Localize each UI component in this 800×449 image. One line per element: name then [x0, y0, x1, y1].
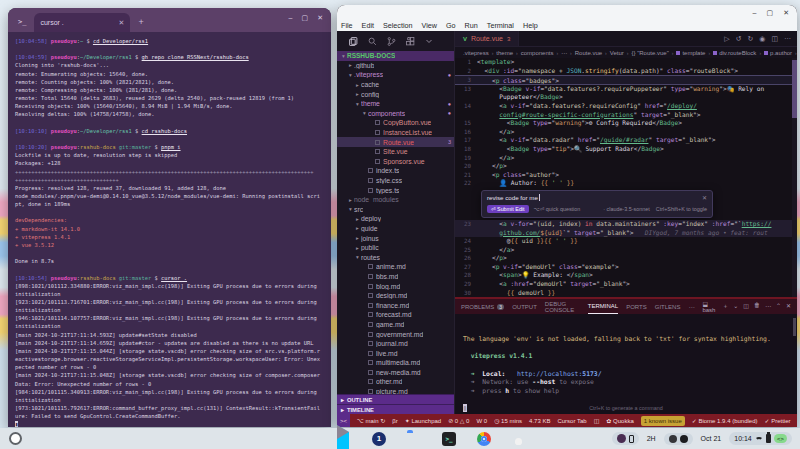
tree-item-deploy[interactable]: ▸deploy [337, 214, 454, 224]
menu-item-help[interactable]: Help [523, 21, 538, 30]
tree-item-components[interactable]: ▾components● [337, 109, 454, 119]
model-selector[interactable]: · claude-3.5-sonnet [603, 206, 649, 212]
panel-tab-⋯[interactable]: ⋯ [688, 299, 694, 314]
terminal-titlebar[interactable]: >_ cursor . ✕ + – ▢ ✕ [8, 8, 331, 32]
editor-scrollbar[interactable] [792, 58, 797, 297]
breadcrumb-item[interactable]: Route.vue [575, 50, 602, 56]
close-button[interactable]: ✕ [317, 14, 323, 22]
close-panel-icon[interactable]: ✕ [786, 302, 791, 311]
integrated-terminal[interactable]: The language 'env' is not loaded, fallin… [455, 314, 797, 414]
status-item--quokka[interactable]: ✿ Quokka [606, 417, 633, 424]
menu-item-view[interactable]: View [422, 21, 437, 30]
terminal-app-icon[interactable]: >_ [442, 432, 456, 446]
breadcrumb-item[interactable]: {} "Route.vue" [631, 50, 668, 56]
menu-item-selection[interactable]: Selection [383, 21, 413, 30]
status-item--main-[interactable]: ⌥ main ↻ [357, 417, 385, 424]
panel-tab-problems[interactable]: PROBLEMS3 [461, 299, 504, 314]
tree-item-style-css[interactable]: style.css [337, 176, 454, 186]
breadcrumb-item[interactable]: .vitepress [463, 50, 489, 56]
inline-chat-input[interactable]: revise code for me [487, 194, 538, 201]
run-circle-icon[interactable]: ◉ [759, 35, 765, 43]
tree-item-guide[interactable]: ▸guide [337, 224, 454, 234]
panel-tab-gitlens[interactable]: GITLENS [655, 299, 681, 314]
tree-item--github[interactable]: ▸.github [337, 61, 454, 71]
tree-item-rsshub-docs[interactable]: ▾RSSHUB-DOCS [337, 51, 454, 61]
tab-close-icon[interactable]: ✕ [119, 19, 125, 27]
tree-item-anime-md[interactable]: anime.md [337, 262, 454, 272]
status-item--r[interactable]: βr [392, 418, 397, 424]
status-item-1-known-issue[interactable]: 1 known issue [641, 416, 685, 426]
menu-item-go[interactable]: Go [446, 21, 456, 30]
explorer-icon[interactable] [349, 37, 358, 46]
panel-tab-ports[interactable]: PORTS [626, 299, 647, 314]
tree-item-node-modules[interactable]: ▸node_modules [337, 195, 454, 205]
tree-item-new-media-md[interactable]: new-media.md [337, 368, 454, 378]
outline-section[interactable]: ▸OUTLINE [337, 394, 454, 404]
split-terminal-icon[interactable]: ◫ [743, 302, 749, 311]
minimize-button[interactable]: – [753, 9, 757, 17]
status-item--[interactable]: ◫ [594, 417, 600, 424]
tree-item--vitepress[interactable]: ▾.vitepress● [337, 70, 454, 80]
status-item--0-0[interactable]: ⊘ 0 △ 0 [448, 417, 469, 424]
maximize-button[interactable]: ▢ [302, 14, 309, 22]
tree-item-journal-md[interactable]: journal.md [337, 339, 454, 349]
close-button[interactable]: ✕ [783, 9, 789, 17]
tree-item-joinus[interactable]: ▸joinus [337, 233, 454, 243]
maximize-panel-icon[interactable]: ⌃ [776, 302, 781, 311]
breadcrumb-item[interactable]: theme [496, 50, 513, 56]
extensions-icon[interactable] [406, 37, 415, 46]
redo-icon[interactable]: ↻ [747, 35, 753, 43]
status-item-4-73-kb[interactable]: 4.73 KB [529, 418, 550, 424]
split-editor-icon[interactable]: ◫ [771, 35, 778, 43]
tree-item-live-md[interactable]: live.md [337, 348, 454, 358]
tree-item-routes[interactable]: ▾routes [337, 252, 454, 262]
tree-item-public[interactable]: ▸public [337, 243, 454, 253]
chrome-icon[interactable] [477, 432, 491, 446]
notification-indicators[interactable] [664, 433, 693, 445]
system-tray[interactable]: 2H Oct 21 10:14 <> [612, 432, 792, 445]
tree-item-game-md[interactable]: game.md [337, 320, 454, 330]
tree-item-types-ts[interactable]: types.ts [337, 185, 454, 195]
status-area[interactable]: 10:14 <> [729, 432, 792, 445]
quick-question-hint[interactable]: ⌥⏎ quick question [534, 206, 581, 212]
more-actions-icon[interactable]: ⋯ [784, 35, 791, 43]
tree-item-instancelist-vue[interactable]: InstanceList.vue [337, 128, 454, 138]
more-icon[interactable]: ⋯ [765, 302, 771, 311]
breadcrumb-item[interactable]: p.author [764, 50, 792, 56]
tree-item-forecast-md[interactable]: forecast.md [337, 310, 454, 320]
files-app-icon[interactable] [407, 432, 421, 446]
tree-item-copybutton-vue[interactable]: CopyButton.vue [337, 118, 454, 128]
tree-item-blog-md[interactable]: blog.md [337, 281, 454, 291]
tree-item-index-ts[interactable]: index.ts [337, 166, 454, 176]
panel-tab-terminal[interactable]: TERMINAL [588, 299, 618, 314]
launch-profile-icon[interactable]: ⌄ [733, 302, 738, 311]
new-tab-button[interactable]: + [138, 17, 143, 27]
menu-item-edit[interactable]: Edit [362, 21, 374, 30]
code-editor[interactable]: 1<template>2 <div :id="namespace + JSON.… [455, 58, 797, 297]
tree-item-design-md[interactable]: design.md [337, 291, 454, 301]
breadcrumb-item[interactable]: div.routeBlock [713, 50, 756, 56]
run-icon[interactable]: ▷ [724, 35, 729, 43]
play-store-icon[interactable] [337, 432, 351, 446]
breadcrumb-item[interactable]: template [676, 50, 705, 56]
terminal-tab[interactable]: cursor . ✕ [34, 13, 130, 32]
menu-item-file[interactable]: File [341, 21, 353, 30]
kill-terminal-icon[interactable]: 🗑 [754, 302, 760, 311]
menu-item-run[interactable]: Run [465, 21, 478, 30]
status-item-w-0[interactable]: W 0 [476, 418, 487, 424]
minimize-button[interactable]: – [289, 14, 293, 22]
chevron-down-icon[interactable] [425, 37, 433, 45]
tree-item-multimedia-md[interactable]: multimedia.md [337, 358, 454, 368]
submit-edit-button[interactable]: ⏎ Submit Edit [487, 205, 529, 213]
timeline-section[interactable]: ▸TIMELINE [337, 404, 454, 414]
panel-tab-output[interactable]: OUTPUT [512, 299, 537, 314]
tree-item-theme[interactable]: ▾theme● [337, 99, 454, 109]
search-icon[interactable] [368, 37, 377, 46]
panel-scrollbar-thumb[interactable] [793, 318, 796, 336]
breadcrumb-item[interactable]: ⋯ [561, 49, 567, 56]
tree-item-sponsors-vue[interactable]: Sponsors.vue [337, 157, 454, 167]
shell-selector[interactable]: ⬓ bash [702, 300, 716, 313]
breadcrumb-item[interactable]: Vetur [610, 50, 624, 56]
source-control-icon[interactable] [387, 37, 396, 46]
tree-item-site-vue[interactable]: Site.vue [337, 147, 454, 157]
